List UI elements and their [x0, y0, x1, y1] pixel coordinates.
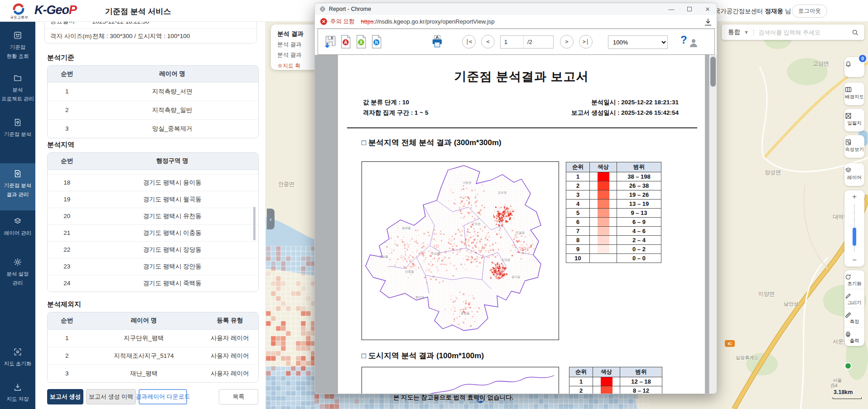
table-row[interactable]: 24경기도 평택시 죽백동 — [48, 275, 258, 292]
zoom-slider-thumb[interactable] — [853, 228, 856, 246]
cell: 22 — [48, 241, 87, 258]
meta-grid-range: 격자합 집계 구간 : 1 ~ 5 — [363, 107, 428, 118]
button-결과레이어 다운로드[interactable]: 결과레이어 다운로드 — [139, 389, 187, 404]
page-last-button[interactable]: >| — [579, 35, 593, 49]
svg-text:h: h — [375, 40, 378, 45]
sidebar-item-4[interactable]: 레이어 관리 — [0, 217, 35, 237]
search-category-dropdown[interactable]: 통합 — [728, 28, 740, 36]
print-icon[interactable]: A — [430, 34, 444, 49]
legend-rank: 2 — [566, 181, 590, 190]
sidebar-item-2[interactable]: 기준점 분석 — [0, 118, 35, 138]
search-icon[interactable] — [851, 29, 859, 36]
zoom-out-button[interactable]: − — [844, 254, 864, 267]
url-scheme: https — [361, 18, 373, 25]
pdf-export-icon[interactable]: A — [339, 34, 352, 49]
download-icon[interactable] — [703, 17, 713, 27]
user-suffix: 님 — [783, 8, 791, 15]
column-header: 순번 — [48, 312, 87, 329]
page-first-button[interactable]: |< — [462, 35, 476, 49]
help-button[interactable]: ? — [680, 34, 701, 50]
hwp-export-icon[interactable]: h — [370, 34, 383, 49]
viewer-scrollbar-thumb[interactable] — [710, 57, 716, 87]
table-row[interactable]: 1지적측량_서면 — [48, 82, 258, 101]
table-row[interactable]: 2지적재조사지구_5174사용자 레이어 — [48, 347, 258, 365]
button-목록[interactable]: 목록 — [219, 389, 258, 404]
analysis-detail-panel: 공표일시2025-12-22 18:22:30격자 사이즈(m)전체 : 300… — [35, 22, 266, 409]
table-row[interactable]: 18경기도 평택시 용이동 — [48, 174, 258, 191]
table-row[interactable]: 20경기도 평택시 유천동 — [48, 208, 258, 224]
legend-row: 138 – 198 — [566, 172, 661, 181]
map-control-레이어[interactable]: 레이어 — [844, 163, 864, 186]
zoom-in-button[interactable]: + — [844, 190, 864, 203]
map-tool-초기화[interactable]: 초기화 — [844, 270, 864, 289]
map-place-label: 남안성 — [784, 301, 799, 307]
map-control-일필지[interactable]: 일필지 — [844, 109, 864, 131]
sidebar-item-0[interactable]: 기준점현황 조회 — [0, 31, 35, 60]
legend-rank: 4 — [566, 200, 590, 209]
map-control-속성보기[interactable]: 속성보기 — [844, 135, 864, 158]
button-보고서 생성 이력[interactable]: 보고서 생성 이력 — [86, 389, 136, 404]
cell: 3 — [48, 119, 87, 138]
sidebar-item-3[interactable]: 기준점 분석결과 관리 — [0, 163, 35, 210]
section-title-0: 분석기준 — [47, 54, 74, 62]
sidebar-item-1[interactable]: 분석프로젝트 관리 — [0, 73, 35, 102]
sidebar-bottom-1[interactable]: 지도 저장 — [0, 383, 35, 403]
url-text[interactable]: https://nsdis.kgeop.go.kr/proxy/openRepo… — [361, 18, 494, 25]
close-button[interactable]: ✕ — [699, 3, 717, 15]
search-input[interactable] — [758, 29, 851, 36]
table-row[interactable]: 3재난_평택사용자 레이어 — [48, 365, 258, 382]
save-export-icon[interactable] — [323, 34, 337, 49]
map-tool-출력[interactable]: 출력 — [844, 327, 864, 346]
cell: 3 — [48, 365, 87, 382]
minimize-button[interactable]: — — [662, 3, 680, 15]
table-row[interactable]: 21경기도 평택시 이충동 — [48, 224, 258, 241]
map-control-배경지도[interactable]: 배경지도 — [844, 83, 864, 105]
info-value: 전체 : 300*300 / 도시지역 : 100*100 — [92, 32, 190, 40]
panel-collapse-tab[interactable]: ‹ — [267, 209, 275, 229]
viewer-scrollbar[interactable] — [709, 55, 717, 394]
zoom-select[interactable]: 100% — [608, 35, 668, 49]
url-rest: ://nsdis.kgeop.go.kr/proxy/openReportVie… — [374, 18, 495, 25]
legend-row: 112 – 18 — [569, 377, 662, 386]
legend-color — [590, 218, 617, 227]
column-header: 순번 — [48, 66, 87, 82]
table-row[interactable]: 1지구단위_평택사용자 레이어 — [48, 329, 258, 347]
district-label: 서탄면 — [463, 181, 472, 185]
column-header: 등록 유형 — [202, 312, 258, 329]
district-label: 용이동 — [511, 275, 521, 279]
page-next-button[interactable]: > — [560, 35, 574, 49]
cell: 2 — [48, 347, 87, 365]
table-scrollbar-thumb[interactable] — [253, 207, 256, 240]
map-tool-그리기[interactable]: 그리기 — [844, 289, 864, 308]
divider — [753, 29, 754, 36]
doc-pin-icon — [13, 172, 22, 180]
legend-range: 8 – 12 — [620, 386, 662, 394]
maximize-button[interactable] — [680, 3, 699, 15]
popup-title-bar[interactable]: Report - Chrome — ✕ — [315, 3, 717, 15]
popup-url-bar[interactable]: ✕ 주의 요함 https://nsdis.kgeop.go.kr/proxy/… — [315, 15, 717, 29]
button-보고서 생성[interactable]: 보고서 생성 — [47, 389, 83, 404]
legend-row: 82 – 4 — [566, 236, 661, 245]
sidebar-item-label: 기준점 분석 — [0, 131, 35, 138]
legend-header-row: 순위색상범위 — [566, 162, 661, 172]
table-row[interactable]: 19경기도 평택시 월곡동 — [48, 191, 258, 208]
table-row[interactable]: 22경기도 평택시 장당동 — [48, 241, 258, 258]
excel-export-icon[interactable]: X — [354, 34, 368, 49]
table-row[interactable]: 3망실_중복제거 — [48, 119, 258, 138]
sidebar-item-5[interactable]: 분석 설정관리 — [0, 258, 35, 287]
district-label: 진위면 — [498, 191, 507, 195]
table-row[interactable]: 23경기도 평택시 장안동 — [48, 258, 258, 275]
page-number-input[interactable] — [501, 36, 523, 48]
user-info: 국가공간정보센터 정재웅 님 — [714, 7, 791, 15]
page-prev-button[interactable]: < — [481, 35, 495, 49]
sidebar-bottom-0[interactable]: 지도 초기화 — [0, 347, 35, 367]
map-tool-측정[interactable]: 측정 — [844, 308, 864, 327]
logout-button[interactable]: 로그아웃 — [792, 5, 827, 18]
notification-bell-button[interactable]: 0 — [844, 57, 864, 77]
report-section2-heading: □ 도시지역 분석 결과 (100m*100m) — [362, 351, 484, 361]
table-row[interactable]: 2지적측량_일반 — [48, 101, 258, 119]
map-save-icon — [13, 385, 22, 393]
district-label: 현덕면 — [415, 296, 424, 300]
map-scale-text: 3.18km — [834, 389, 853, 395]
table-header-row: 순번행정구역 명 — [48, 153, 258, 170]
